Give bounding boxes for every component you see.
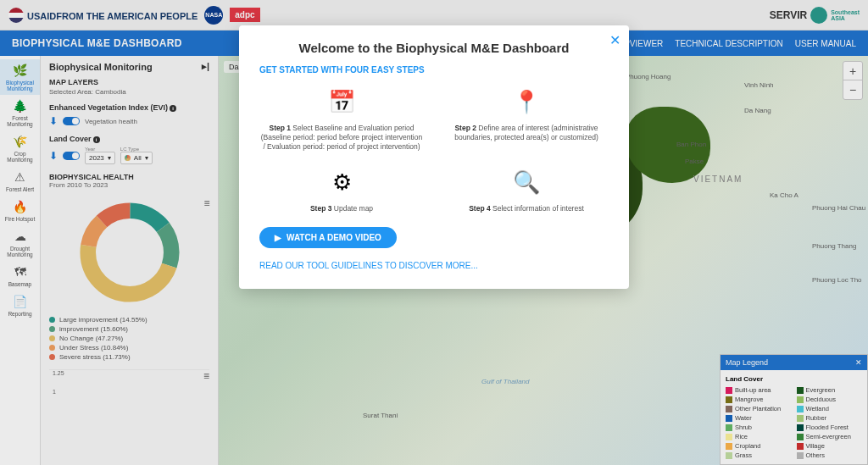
- onboarding-step: 📅Step 1 Select Baseline and Evaluation p…: [259, 86, 424, 152]
- play-icon: ▶: [275, 233, 281, 242]
- read-guidelines-link[interactable]: READ OUR TOOL GUIDELINES TO DISCOVER MOR…: [259, 261, 478, 270]
- step-icon: 📅: [326, 86, 357, 117]
- onboarding-step: ⚙Step 3 Update map: [259, 167, 424, 213]
- step-icon: 📍: [511, 86, 542, 117]
- close-icon[interactable]: ✕: [609, 32, 620, 48]
- modal-backdrop: ✕ Welcome to the Biophysical M&E Dashboa…: [0, 0, 868, 465]
- step-icon: ⚙: [326, 167, 357, 197]
- modal-subtitle: GET STARTED WITH FOUR EASY STEPS: [259, 65, 609, 75]
- watch-demo-button[interactable]: ▶ WATCH A DEMO VIDEO: [259, 227, 397, 248]
- modal-title: Welcome to the Biophysical M&E Dashboard: [259, 41, 609, 55]
- onboarding-step: 🔍Step 4 Select information of interest: [444, 167, 609, 213]
- welcome-modal: ✕ Welcome to the Biophysical M&E Dashboa…: [239, 25, 629, 289]
- onboarding-step: 📍Step 2 Define area of interest (adminis…: [444, 86, 609, 152]
- step-icon: 🔍: [511, 167, 542, 197]
